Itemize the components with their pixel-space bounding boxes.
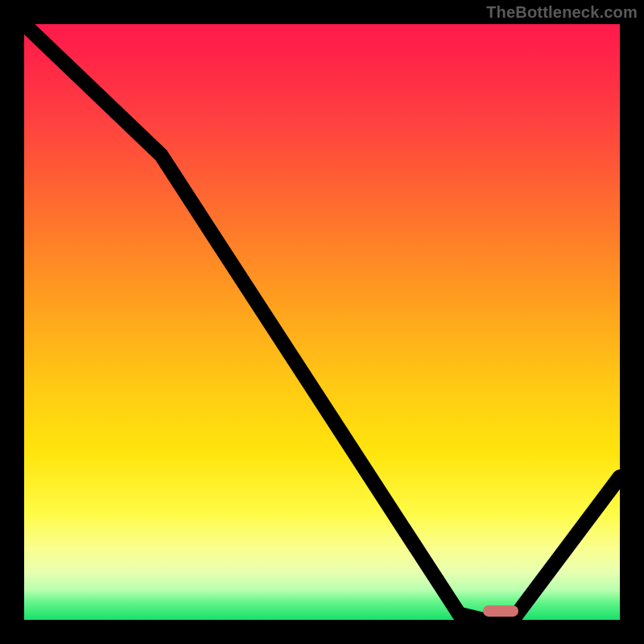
optimal-range-marker (483, 605, 518, 617)
bottleneck-curve (24, 24, 620, 620)
plot-area (24, 24, 620, 620)
chart-stage: TheBottleneck.com (0, 0, 644, 644)
attribution-watermark: TheBottleneck.com (486, 3, 638, 22)
curve-svg (24, 24, 620, 620)
